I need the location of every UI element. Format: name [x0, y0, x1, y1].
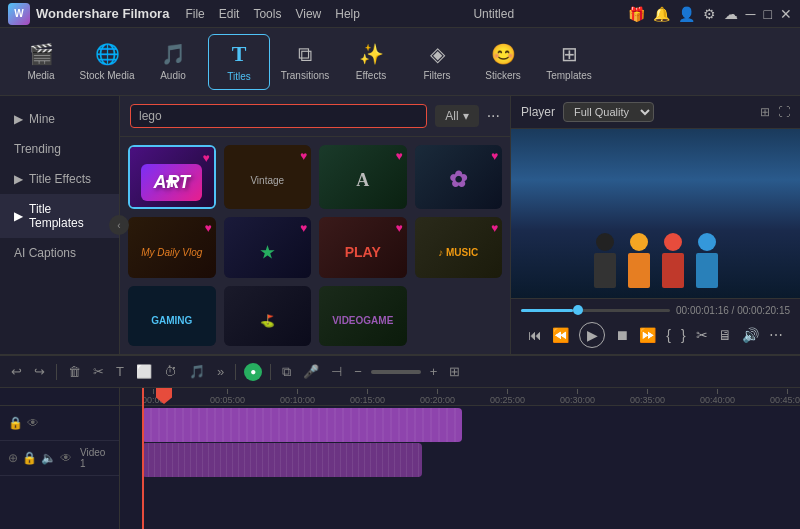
settings-icon[interactable]: ⚙: [703, 6, 716, 22]
template-card-7[interactable]: ♥ ♪ MUSIC Creative Collag...: [415, 217, 503, 277]
lock-icon[interactable]: 🔒: [8, 416, 23, 430]
template-card-5[interactable]: ♥ ★ Creative Collag...: [224, 217, 312, 277]
template-card-4[interactable]: ♥ My Daily Vlog Vintage Collage ...: [128, 217, 216, 277]
monitor-button[interactable]: 🖥: [718, 327, 732, 343]
template-card-2[interactable]: ♥ A Vintage Collage ...: [319, 145, 407, 209]
tool-effects[interactable]: ✨ Effects: [340, 34, 402, 90]
minimize-icon[interactable]: ─: [746, 6, 756, 22]
tl-split-button[interactable]: ⊣: [328, 362, 345, 381]
audio-clip[interactable]: [142, 443, 422, 477]
stickers-icon: 😊: [491, 42, 516, 66]
tl-text-button[interactable]: T: [113, 362, 127, 381]
grid-view-icon[interactable]: ⊞: [760, 105, 770, 119]
menu-edit[interactable]: Edit: [219, 7, 240, 21]
step-back-button[interactable]: ⏪: [552, 327, 569, 343]
effects-icon: ✨: [359, 42, 384, 66]
template-card-1[interactable]: ♥ Vintage Vintage Collage ...: [224, 145, 312, 209]
tl-redo-button[interactable]: ↪: [31, 362, 48, 381]
tool-stock[interactable]: 🌐 Stock Media: [76, 34, 138, 90]
mark-in-button[interactable]: {: [666, 327, 671, 343]
tl-clip-button[interactable]: ⧉: [279, 362, 294, 382]
menu-view[interactable]: View: [295, 7, 321, 21]
tl-delete-button[interactable]: 🗑: [65, 362, 84, 381]
menu-tools[interactable]: Tools: [253, 7, 281, 21]
playhead[interactable]: [142, 388, 144, 529]
tl-cut-button[interactable]: ✂: [90, 362, 107, 381]
step-forward-button[interactable]: ⏩: [639, 327, 656, 343]
clip-button[interactable]: ✂: [696, 327, 708, 343]
track-lock-icon[interactable]: 🔒: [22, 451, 37, 465]
menu-help[interactable]: Help: [335, 7, 360, 21]
search-input[interactable]: [130, 104, 427, 128]
template-card-10[interactable]: VIDEOGAME Videogame Pac...: [319, 286, 407, 346]
tick-line-0: [153, 389, 154, 394]
close-icon[interactable]: ✕: [780, 6, 792, 22]
sidebar-item-ai-captions[interactable]: AI Captions: [0, 238, 119, 268]
tl-speed-button[interactable]: ⏱: [161, 362, 180, 381]
progress-bar[interactable]: [521, 309, 670, 312]
filters-icon: ◈: [430, 42, 445, 66]
template-card-6[interactable]: ♥ PLAY Creative Collag...: [319, 217, 407, 277]
mark-out-button[interactable]: }: [681, 327, 686, 343]
template-card-8[interactable]: GAMING Gaming Logo P...: [128, 286, 216, 346]
track-eye-icon[interactable]: 👁: [60, 451, 72, 465]
tl-grid-button[interactable]: ⊞: [446, 362, 463, 381]
tl-zoom-in-button[interactable]: +: [427, 362, 441, 381]
sidebar-item-mine[interactable]: ▶ Mine: [0, 104, 119, 134]
track-mute-icon[interactable]: 🔈: [41, 451, 56, 465]
filter-arrow-icon: ▾: [463, 109, 469, 123]
user-icon[interactable]: 👤: [678, 6, 695, 22]
tool-media[interactable]: 🎬 Media: [10, 34, 72, 90]
sidebar-item-templates[interactable]: ▶ Title Templates: [0, 194, 119, 238]
menu-file[interactable]: File: [185, 7, 204, 21]
tool-titles[interactable]: T Titles: [208, 34, 270, 90]
more-options-ctrl[interactable]: ⋯: [769, 327, 783, 343]
progress-handle[interactable]: [573, 305, 583, 315]
template-card-0[interactable]: ART ♥ + Logo Title 02: [128, 145, 216, 209]
maximize-icon[interactable]: □: [764, 6, 772, 22]
video-clip[interactable]: [142, 408, 462, 442]
thumb-text-1: Vintage: [250, 175, 284, 186]
fullscreen-icon[interactable]: ⛶: [778, 105, 790, 119]
tick-line-6: [577, 389, 578, 394]
sidebar-collapse-button[interactable]: ‹: [109, 215, 129, 235]
sidebar-item-effects[interactable]: ▶ Title Effects: [0, 164, 119, 194]
tl-crop-button[interactable]: ⬜: [133, 362, 155, 381]
tool-stickers[interactable]: 😊 Stickers: [472, 34, 534, 90]
eye-icon[interactable]: 👁: [27, 416, 39, 430]
cloud-icon[interactable]: ☁: [724, 6, 738, 22]
tool-audio[interactable]: 🎵 Audio: [142, 34, 204, 90]
tl-zoom-out-button[interactable]: −: [351, 362, 365, 381]
tl-undo-button[interactable]: ↩: [8, 362, 25, 381]
skip-back-button[interactable]: ⏮: [528, 327, 542, 343]
tool-filters[interactable]: ◈ Filters: [406, 34, 468, 90]
tl-more-button[interactable]: »: [214, 362, 227, 381]
batman-head: [596, 233, 614, 251]
ruler-tick-3: 00:15:00: [350, 389, 385, 405]
spaceman-head: [664, 233, 682, 251]
tool-templates[interactable]: ⊞ Templates: [538, 34, 600, 90]
player-area: Player Full Quality Half Quality ⊞ ⛶: [510, 96, 800, 354]
stop-button[interactable]: ⏹: [615, 327, 629, 343]
template-card-9[interactable]: ⛳ Golf Sports Gam...: [224, 286, 312, 346]
filter-button[interactable]: All ▾: [435, 105, 478, 127]
tick-line-9: [787, 389, 788, 394]
add-icon-0[interactable]: +: [165, 169, 178, 195]
gift-icon[interactable]: 🎁: [628, 6, 645, 22]
play-button[interactable]: ▶: [579, 322, 605, 348]
thumb-text-5: ★: [260, 243, 274, 262]
tl-audio-btn[interactable]: 🎵: [186, 362, 208, 381]
toolbar: 🎬 Media 🌐 Stock Media 🎵 Audio T Titles ⧉…: [0, 28, 800, 96]
tool-transitions[interactable]: ⧉ Transitions: [274, 34, 336, 90]
template-card-3[interactable]: ♥ ✿ Vintage Collag ...: [415, 145, 503, 209]
sidebar-item-trending[interactable]: Trending: [0, 134, 119, 164]
track-add-icon[interactable]: ⊕: [8, 451, 18, 465]
blue-body: [696, 253, 718, 288]
tl-zoom-slider[interactable]: [371, 370, 421, 374]
quality-select[interactable]: Full Quality Half Quality: [563, 102, 654, 122]
bell-icon[interactable]: 🔔: [653, 6, 670, 22]
tl-mic-button[interactable]: 🎤: [300, 362, 322, 381]
volume-button[interactable]: 🔊: [742, 327, 759, 343]
more-options-button[interactable]: ···: [487, 107, 500, 125]
tl-add-button[interactable]: ●: [244, 363, 262, 381]
